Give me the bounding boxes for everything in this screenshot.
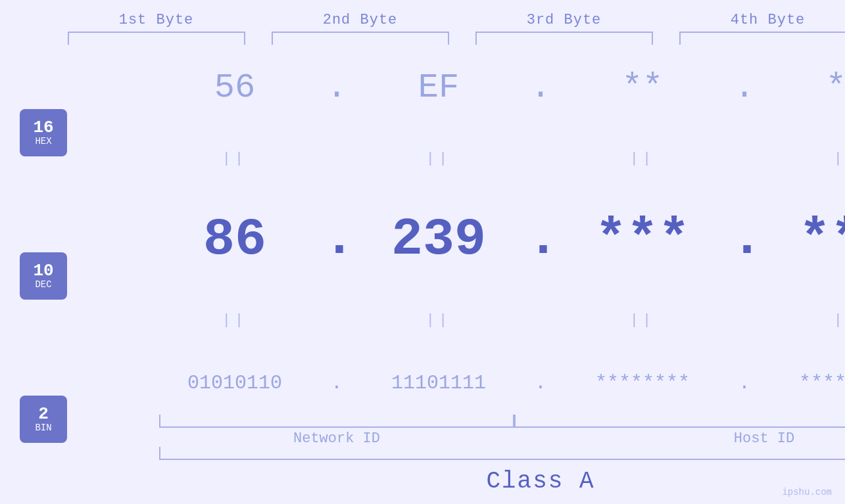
top-bracket-3 xyxy=(475,32,653,45)
bin-value-4: ******** xyxy=(799,372,845,394)
top-bracket-4 xyxy=(679,32,846,45)
dec-dot-2: . xyxy=(527,218,554,260)
top-bracket-row xyxy=(39,28,845,48)
hex-value-2: EF xyxy=(418,68,459,107)
hex-value-1: 56 xyxy=(214,68,255,107)
hex-dot-3: . xyxy=(731,68,758,107)
outer-bracket xyxy=(159,447,845,460)
class-row: Class A xyxy=(67,463,845,497)
network-id-label: Network ID xyxy=(159,430,514,447)
hex-badge-number: 16 xyxy=(33,119,53,136)
eq1-2: || xyxy=(350,150,527,167)
badges-column: 16 HEX 10 DEC 2 BIN xyxy=(0,48,67,504)
class-label: Class A xyxy=(486,468,594,495)
host-id-label: Host ID xyxy=(514,430,845,447)
bin-dot-1: . xyxy=(324,372,350,394)
bin-badge-number: 2 xyxy=(38,405,49,423)
byte-header-4: 4th Byte xyxy=(679,12,846,28)
outer-bracket-row xyxy=(159,447,845,463)
equals-row-1: || || || || xyxy=(67,149,845,168)
byte-header-1: 1st Byte xyxy=(68,12,245,28)
bottom-brackets-row xyxy=(159,415,845,430)
top-bracket-2 xyxy=(272,32,449,45)
hex-badge-label: HEX xyxy=(35,136,51,147)
hex-cell-4: ** xyxy=(758,68,845,107)
bin-value-3: ******** xyxy=(595,372,690,394)
dec-value-3: *** xyxy=(595,210,690,269)
bin-value-1: 01010110 xyxy=(187,372,282,394)
id-labels-row: Network ID Host ID xyxy=(159,430,845,447)
main-content-area: 16 HEX 10 DEC 2 BIN 56 . xyxy=(0,48,845,504)
hex-dot-1: . xyxy=(324,68,350,107)
data-area: 56 . EF . ** . ** | xyxy=(67,48,845,504)
eq2-2: || xyxy=(350,312,527,329)
bin-cell-1: 01010110 xyxy=(146,372,324,394)
hex-cell-2: EF xyxy=(350,68,527,107)
equals-row-2: || || || || xyxy=(67,311,845,331)
dec-badge: 10 DEC xyxy=(20,252,67,300)
dec-row: 86 . 239 . *** . *** xyxy=(67,210,845,269)
hex-cell-3: ** xyxy=(554,68,731,107)
hex-cell-1: 56 xyxy=(146,68,324,107)
eq2-4: || xyxy=(758,312,845,329)
bin-cell-4: ******** xyxy=(758,372,845,394)
hex-value-3: ** xyxy=(622,68,663,107)
host-bracket xyxy=(514,415,845,428)
byte-header-2: 2nd Byte xyxy=(272,12,449,28)
dec-cell-3: *** xyxy=(554,210,731,269)
all-data-rows: 56 . EF . ** . ** | xyxy=(67,48,845,415)
dec-badge-number: 10 xyxy=(33,262,53,279)
top-bracket-1 xyxy=(68,32,245,45)
hex-row: 56 . EF . ** . ** xyxy=(67,68,845,107)
bin-dot-3: . xyxy=(731,372,758,394)
dec-cell-4: *** xyxy=(758,210,845,269)
dec-value-4: *** xyxy=(799,210,845,269)
watermark: ipshu.com xyxy=(782,487,832,497)
bin-cell-2: 11101111 xyxy=(350,372,527,394)
eq1-4: || xyxy=(758,150,845,167)
hex-dot-2: . xyxy=(527,68,554,107)
dec-value-1: 86 xyxy=(203,210,266,269)
bin-row: 01010110 . 11101111 . ******** . *******… xyxy=(67,372,845,394)
hex-value-4: ** xyxy=(826,68,845,107)
network-bracket xyxy=(159,415,514,428)
dec-cell-1: 86 xyxy=(146,210,324,269)
bin-dot-2: . xyxy=(527,372,554,394)
bin-value-2: 11101111 xyxy=(391,372,486,394)
dec-dot-1: . xyxy=(324,218,350,260)
eq2-1: || xyxy=(146,312,324,329)
main-container: 1st Byte 2nd Byte 3rd Byte 4th Byte 16 H… xyxy=(0,0,845,504)
dec-badge-label: DEC xyxy=(35,279,51,290)
eq1-3: || xyxy=(554,150,731,167)
bottom-section: Network ID Host ID Class A xyxy=(67,415,845,504)
dec-cell-2: 239 xyxy=(350,210,527,269)
eq1-1: || xyxy=(146,150,324,167)
hex-badge: 16 HEX xyxy=(20,109,67,156)
eq2-3: || xyxy=(554,312,731,329)
byte-headers-row: 1st Byte 2nd Byte 3rd Byte 4th Byte xyxy=(39,0,845,28)
bin-badge: 2 BIN xyxy=(20,396,67,443)
byte-header-3: 3rd Byte xyxy=(475,12,653,28)
dec-value-2: 239 xyxy=(391,210,486,269)
bin-cell-3: ******** xyxy=(554,372,731,394)
dec-dot-3: . xyxy=(731,218,758,260)
bin-badge-label: BIN xyxy=(35,423,51,434)
